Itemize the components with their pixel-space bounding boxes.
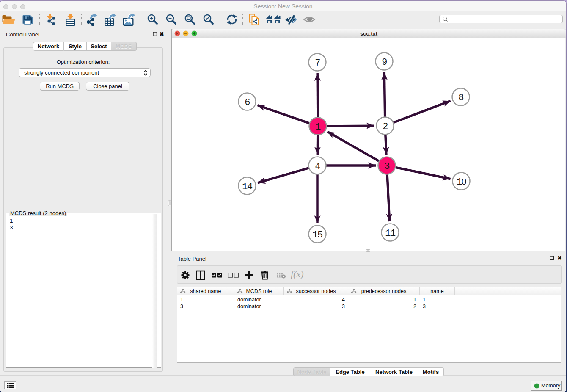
svg-text:11: 11 [385,228,396,239]
svg-text:2: 2 [383,121,388,132]
svg-text:4: 4 [315,161,320,172]
svg-text:8: 8 [458,93,463,103]
svg-text:15: 15 [312,230,322,240]
svg-text:6: 6 [245,97,250,108]
svg-text:3: 3 [384,161,389,172]
svg-text:10: 10 [457,177,466,188]
svg-text:14: 14 [242,182,253,192]
svg-text:9: 9 [382,57,387,68]
svg-text:1: 1 [315,122,321,133]
svg-text:7: 7 [315,58,320,69]
